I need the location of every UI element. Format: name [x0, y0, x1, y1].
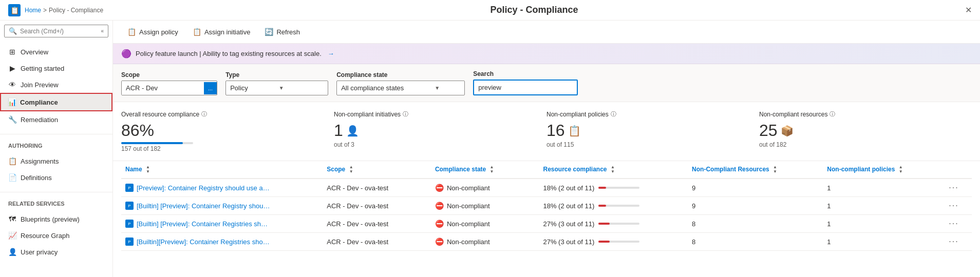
row-icon-2: P	[125, 220, 134, 228]
stat-initiatives-value: 1 👤	[334, 121, 534, 140]
stat-overall-info-icon[interactable]: ⓘ	[201, 110, 207, 118]
sidebar-label-compliance: Compliance	[20, 98, 58, 106]
stat-initiatives-label: Non-compliant initiatives ⓘ	[334, 110, 534, 118]
stat-policies-icon: 📋	[568, 125, 581, 137]
resource-compliance-sort-icons[interactable]: ▲ ▼	[611, 165, 615, 174]
row-name-link-1[interactable]: P [Builtin] [Preview]: Container Registr…	[125, 202, 318, 210]
stat-policies-label: Non-compliant policies ⓘ	[546, 110, 747, 118]
scope-input[interactable]	[122, 81, 204, 95]
nav-divider-1	[0, 134, 112, 134]
sidebar-item-remediation[interactable]: 🔧 Remediation	[0, 111, 112, 128]
collapse-button[interactable]: «	[101, 28, 104, 34]
cell-actions-3: ···	[945, 233, 972, 251]
row-more-button-2[interactable]: ···	[949, 219, 958, 228]
row-more-button-3[interactable]: ···	[949, 237, 958, 246]
sidebar: 🔍 « ⊞ Overview ▶ Getting started 👁 Join …	[0, 21, 113, 277]
sidebar-label-blueprints: Blueprints (preview)	[21, 215, 80, 223]
stats-row: Overall resource compliance ⓘ 86% 157 ou…	[113, 102, 980, 161]
row-more-button-1[interactable]: ···	[949, 201, 958, 210]
search-box: 🔍 «	[0, 21, 112, 42]
sidebar-item-compliance[interactable]: 📊 Compliance	[0, 93, 112, 111]
join-preview-icon: 👁	[8, 81, 16, 89]
compliance-bar-0	[598, 187, 639, 189]
sidebar-label-user-privacy: User privacy	[21, 248, 58, 256]
non-compliant-policies-sort-icons[interactable]: ▲ ▼	[899, 165, 903, 174]
th-non-compliant-resources: Non-Compliant Resources ▲ ▼	[688, 161, 823, 179]
stat-policies-info-icon[interactable]: ⓘ	[611, 110, 616, 118]
definitions-icon: 📄	[8, 173, 16, 182]
stat-resources-value: 25 📦	[759, 121, 959, 140]
search-filter-input[interactable]	[474, 81, 577, 94]
compliance-fill-2	[598, 223, 610, 225]
status-text-3: Non-compliant	[447, 238, 490, 246]
sidebar-item-user-privacy[interactable]: 👤 User privacy	[0, 244, 112, 260]
banner-link[interactable]: →	[328, 50, 334, 57]
breadcrumb-home[interactable]: Home	[25, 7, 41, 14]
compliance-state-sort-icons[interactable]: ▲ ▼	[490, 165, 494, 174]
status-error-icon-0: ⛔	[435, 184, 444, 192]
non-compliant-resources-sort-icons[interactable]: ▲ ▼	[773, 165, 777, 174]
scope-label: Scope	[121, 71, 217, 78]
search-input[interactable]	[20, 28, 98, 35]
cell-scope-2: ACR - Dev - ova-test	[323, 215, 431, 233]
sidebar-item-overview[interactable]: ⊞ Overview	[0, 44, 112, 60]
row-name-link-3[interactable]: P [Builtin][Preview]: Container Registri…	[125, 238, 318, 246]
row-icon-3: P	[125, 238, 134, 246]
stat-overall-value: 86%	[121, 121, 322, 140]
resource-compliance-sort-down: ▼	[611, 170, 615, 174]
sidebar-item-blueprints[interactable]: 🗺 Blueprints (preview)	[0, 211, 112, 227]
sidebar-item-resource-graph[interactable]: 📈 Resource Graph	[0, 227, 112, 244]
user-privacy-icon: 👤	[8, 248, 16, 256]
stat-overall: Overall resource compliance ⓘ 86% 157 ou…	[121, 110, 334, 152]
overview-icon: ⊞	[8, 48, 16, 56]
compliance-state-select[interactable]: All compliance states ▼	[336, 81, 465, 95]
cell-compliance-state-0: ⛔ Non-compliant	[431, 179, 539, 197]
related-section-title: Related Services	[0, 196, 112, 209]
compliance-icon: 📊	[8, 98, 16, 106]
cell-non-compliant-resources-1: 9	[688, 197, 823, 215]
stat-resources-info-icon[interactable]: ⓘ	[830, 110, 835, 118]
stat-resources-label: Non-compliant resources ⓘ	[759, 110, 959, 118]
cell-non-compliant-policies-2: 1	[823, 215, 945, 233]
nav-section-main: ⊞ Overview ▶ Getting started 👁 Join Prev…	[0, 42, 112, 130]
close-button[interactable]: ✕	[965, 5, 972, 15]
sidebar-item-definitions[interactable]: 📄 Definitions	[0, 169, 112, 186]
sidebar-item-getting-started[interactable]: ▶ Getting started	[0, 60, 112, 76]
assign-policy-icon: 📋	[127, 28, 136, 36]
sidebar-item-assignments[interactable]: 📋 Assignments	[0, 153, 112, 169]
refresh-button[interactable]: 🔄 Refresh	[258, 25, 306, 39]
assign-initiative-button[interactable]: 📋 Assign initiative	[186, 25, 257, 39]
row-name-link-0[interactable]: P [Preview]: Container Registry should u…	[125, 184, 318, 192]
cell-name-1: P [Builtin] [Preview]: Container Registr…	[121, 197, 323, 215]
scope-browse-button[interactable]: ...	[204, 82, 217, 94]
th-non-compliant-policies: Non-compliant policies ▲ ▼	[823, 161, 945, 179]
table-row: P [Builtin] [Preview]: Container Registr…	[121, 197, 972, 215]
sidebar-label-getting-started: Getting started	[21, 65, 64, 72]
main-content: 📋 Assign policy 📋 Assign initiative 🔄 Re…	[113, 21, 980, 277]
table-header-row: Name ▲ ▼ Scope ▲ ▼	[121, 161, 972, 179]
sidebar-item-join-preview[interactable]: 👁 Join Preview	[0, 76, 112, 93]
cell-resource-compliance-2: 27% (3 out of 11)	[539, 215, 688, 233]
stat-overall-progress	[121, 142, 193, 144]
search-filter-group: Search	[473, 70, 578, 95]
filters: Scope ... Type Policy ▼ Compliance state	[113, 64, 980, 102]
stat-policies: Non-compliant policies ⓘ 16 📋 out of 115	[546, 110, 759, 152]
search-filter-wrapper	[473, 80, 578, 95]
type-select[interactable]: Policy ▼	[225, 81, 328, 95]
assign-policy-button[interactable]: 📋 Assign policy	[121, 25, 184, 39]
blueprints-icon: 🗺	[8, 215, 16, 223]
row-name-link-2[interactable]: P [Builtin] [Preview]: Container Registr…	[125, 220, 318, 228]
row-more-button-0[interactable]: ···	[949, 183, 958, 192]
cell-name-2: P [Builtin] [Preview]: Container Registr…	[121, 215, 323, 233]
scope-input-wrapper: ...	[121, 81, 217, 95]
nav-section-authoring: 📋 Assignments 📄 Definitions	[0, 151, 112, 188]
cell-scope-1: ACR - Dev - ova-test	[323, 197, 431, 215]
stat-policies-sub: out of 115	[546, 141, 747, 148]
scope-sort-icons[interactable]: ▲ ▼	[349, 165, 353, 174]
th-compliance-state: Compliance state ▲ ▼	[431, 161, 539, 179]
authoring-section-title: Authoring	[0, 138, 112, 151]
name-sort-icons[interactable]: ▲ ▼	[146, 165, 150, 174]
type-filter-group: Type Policy ▼	[225, 71, 328, 95]
stat-initiatives-info-icon[interactable]: ⓘ	[403, 110, 408, 118]
compliance-state-sort-down: ▼	[490, 170, 494, 174]
